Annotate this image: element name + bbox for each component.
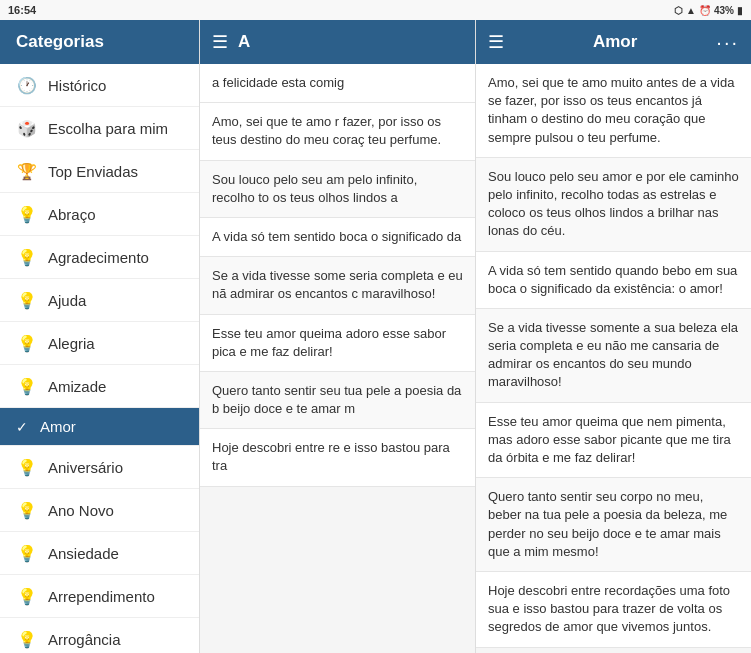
sidebar-item-label: Ano Novo [48,502,114,519]
wifi-icon: ▲ [686,5,696,16]
sidebar-item-arrogancia[interactable]: 💡 Arrogância [0,618,199,653]
sidebar-item-icon-aniversario: 💡 [16,456,38,478]
sidebar-item-amor[interactable]: ✓ Amor [0,408,199,446]
panel-left-title: A [238,32,463,52]
hamburger-icon-left[interactable]: ☰ [212,31,228,53]
sidebar-item-label: Ajuda [48,292,86,309]
sidebar-item-icon-alegria: 💡 [16,332,38,354]
sidebar-item-aniversario[interactable]: 💡 Aniversário [0,446,199,489]
sidebar-item-icon-agradecimento: 💡 [16,246,38,268]
right-panels: ☰ A a felicidade esta comig Amo, sei que… [200,20,751,653]
main-layout: Categorias 🕐 Histórico 🎲 Escolha para mi… [0,20,751,653]
list-item[interactable]: Esse teu amor queima adoro esse sabor pi… [200,315,475,372]
list-item[interactable]: Quero tanto sentir seu tua pele a poesia… [200,372,475,429]
status-icons: ⬡ ▲ ⏰ 43% ▮ [666,5,751,16]
panel-right-header: ☰ Amor ··· [476,20,751,64]
sidebar-item-label: Arrependimento [48,588,155,605]
panel-left-intro: a felicidade esta comig [200,64,475,103]
more-options-button[interactable]: ··· [716,31,739,54]
list-item[interactable]: Sou louco pelo seu amor e por ele caminh… [476,158,751,252]
sidebar-item-label: Amor [40,418,76,435]
sidebar-item-label: Top Enviadas [48,163,138,180]
list-item[interactable]: A vida só tem sentido quando bebo em sua… [476,252,751,309]
sidebar-item-historico[interactable]: 🕐 Histórico [0,64,199,107]
status-time: 16:54 [0,4,44,16]
status-bar: 16:54 ⬡ ▲ ⏰ 43% ▮ [0,0,751,20]
sidebar-item-arrependimento[interactable]: 💡 Arrependimento [0,575,199,618]
sidebar-item-amizade[interactable]: 💡 Amizade [0,365,199,408]
bluetooth-icon: ⬡ [674,5,683,16]
sidebar-header: Categorias [0,20,199,64]
alarm-icon: ⏰ [699,5,711,16]
panel-left-messages: Amo, sei que te amo r fazer, por isso os… [200,103,475,486]
list-item[interactable]: Hoje descobri entre re e isso bastou par… [200,429,475,486]
panel-right-title: Amor [514,32,716,52]
sidebar-item-label: Alegria [48,335,95,352]
sidebar-item-icon-ansiedade: 💡 [16,542,38,564]
sidebar-item-escolha[interactable]: 🎲 Escolha para mim [0,107,199,150]
battery-icon: ▮ [737,5,743,16]
sidebar-item-alegria[interactable]: 💡 Alegria [0,322,199,365]
panel-left-header: ☰ A [200,20,475,64]
sidebar-item-icon-arrependimento: 💡 [16,585,38,607]
active-checkmark: ✓ [16,419,28,435]
list-item[interactable]: A vida só tem sentido boca o significado… [200,218,475,257]
sidebar-item-icon-amizade: 💡 [16,375,38,397]
list-item[interactable]: Amo, sei que te amo muito antes de a vid… [476,64,751,158]
sidebar-item-label: Arrogância [48,631,121,648]
sidebar-item-label: Escolha para mim [48,120,168,137]
list-item[interactable]: Esse teu amor queima que nem pimenta, ma… [476,403,751,479]
sidebar-item-label: Abraço [48,206,96,223]
panel-left: ☰ A a felicidade esta comig Amo, sei que… [200,20,475,653]
sidebar-item-icon-ano-novo: 💡 [16,499,38,521]
panel-right-messages: Amo, sei que te amo muito antes de a vid… [476,64,751,648]
sidebar-item-label: Amizade [48,378,106,395]
sidebar-item-ansiedade[interactable]: 💡 Ansiedade [0,532,199,575]
sidebar-item-icon-abraco: 💡 [16,203,38,225]
panel-right: ☰ Amor ··· Amo, sei que te amo muito ant… [475,20,751,653]
sidebar-item-top[interactable]: 🏆 Top Enviadas [0,150,199,193]
sidebar-item-ano-novo[interactable]: 💡 Ano Novo [0,489,199,532]
list-item[interactable]: Hoje descobri entre recordações uma foto… [476,572,751,648]
list-item[interactable]: Se a vida tivesse some seria completa e … [200,257,475,314]
sidebar-item-icon-historico: 🕐 [16,74,38,96]
sidebar-item-label: Ansiedade [48,545,119,562]
sidebar-item-label: Histórico [48,77,106,94]
sidebar-item-icon-escolha: 🎲 [16,117,38,139]
sidebar-item-icon-ajuda: 💡 [16,289,38,311]
sidebar: Categorias 🕐 Histórico 🎲 Escolha para mi… [0,20,200,653]
sidebar-item-label: Agradecimento [48,249,149,266]
battery-text: 43% [714,5,734,16]
sidebar-item-agradecimento[interactable]: 💡 Agradecimento [0,236,199,279]
list-item[interactable]: Se a vida tivesse somente a sua beleza e… [476,309,751,403]
sidebar-items-container: 🕐 Histórico 🎲 Escolha para mim 🏆 Top Env… [0,64,199,653]
sidebar-item-ajuda[interactable]: 💡 Ajuda [0,279,199,322]
sidebar-item-abraco[interactable]: 💡 Abraço [0,193,199,236]
panel-left-content[interactable]: a felicidade esta comig Amo, sei que te … [200,64,475,653]
list-item[interactable]: Quero tanto sentir seu corpo no meu, beb… [476,478,751,572]
sidebar-item-icon-arrogancia: 💡 [16,628,38,650]
list-item[interactable]: Sou louco pelo seu am pelo infinito, rec… [200,161,475,218]
list-item[interactable]: Amo, sei que te amo r fazer, por isso os… [200,103,475,160]
panel-right-content[interactable]: Amo, sei que te amo muito antes de a vid… [476,64,751,653]
sidebar-item-label: Aniversário [48,459,123,476]
hamburger-icon-right[interactable]: ☰ [488,31,504,53]
sidebar-item-icon-top: 🏆 [16,160,38,182]
